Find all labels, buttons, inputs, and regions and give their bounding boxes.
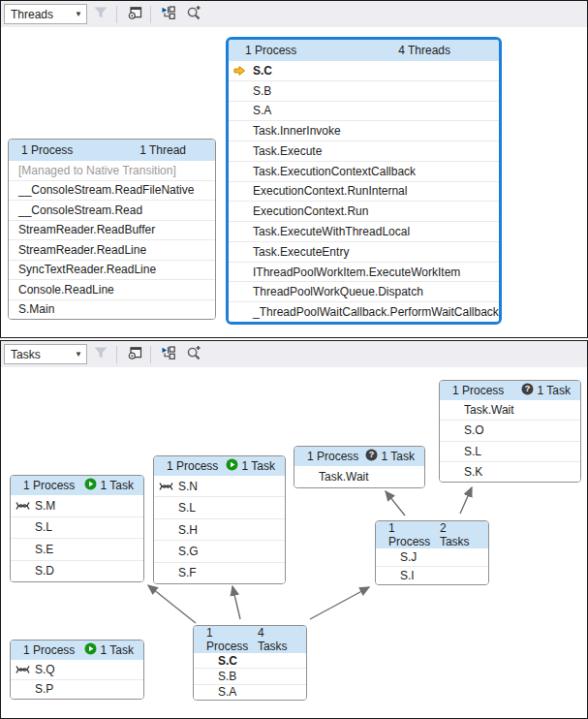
frame-label: S.K <box>464 465 482 479</box>
stack-frame[interactable]: _ThreadPoolWaitCallback.PerformWaitCallb… <box>229 302 499 322</box>
thread-icon <box>159 481 173 491</box>
show-only-flagged-button[interactable] <box>89 344 112 365</box>
stack-frame[interactable]: S.P <box>11 680 143 700</box>
stack-frame[interactable]: S.L <box>11 517 143 540</box>
stack-frame-current[interactable]: S.C <box>229 61 499 81</box>
task-stack-box-sj-si[interactable]: 1 Process 2 Tasks S.J S.I <box>375 520 489 585</box>
show-only-flagged-button[interactable] <box>89 4 112 25</box>
task-stack-box-running-sq[interactable]: 1 Process 1 Task S.Q S <box>10 640 144 700</box>
stack-frame[interactable]: S.I <box>376 567 488 584</box>
stack-frame[interactable]: StreamReader.ReadLine <box>9 240 215 261</box>
stack-frame[interactable]: S.Main <box>9 300 215 320</box>
process-count-label: 1 Process <box>245 44 296 57</box>
stack-frames: Task.Wait <box>294 466 424 487</box>
stack-frame[interactable]: __ConsoleStream.Read <box>9 201 215 221</box>
stack-frame[interactable]: StreamReader.ReadBuffer <box>9 221 215 241</box>
stack-frame[interactable]: S.F <box>154 563 285 583</box>
frame-label: S.L <box>178 501 196 515</box>
stack-frame[interactable]: S.M <box>11 495 143 517</box>
view-selector-combo[interactable]: Tasks ▼ <box>4 344 87 364</box>
auto-scroll-button[interactable] <box>157 344 180 365</box>
stack-frame[interactable]: S.A <box>229 102 499 122</box>
task-stack-box-running-sm[interactable]: 1 Process 1 Task S.M S <box>10 475 144 582</box>
task-stack-box-sc-root[interactable]: 1 Process 4 Tasks S.C S.B S.A <box>193 625 307 701</box>
stack-frame[interactable]: S.G <box>154 541 285 562</box>
stack-frame[interactable]: Task.ExecuteWithThreadLocal <box>229 222 499 242</box>
stack-frame[interactable]: S.O <box>440 421 580 441</box>
stack-frame[interactable]: Task.ExecuteEntry <box>229 242 499 263</box>
stack-frame[interactable]: IThreadPoolWorkItem.ExecuteWorkItem <box>229 263 499 283</box>
frame-label: ExecutionContext.Run <box>253 204 368 218</box>
frame-label: IThreadPoolWorkItem.ExecuteWorkItem <box>253 266 460 279</box>
frame-label: S.C <box>218 654 237 668</box>
frame-label: Console.ReadLine <box>18 283 114 297</box>
frame-label: S.J <box>400 550 417 564</box>
stack-frame[interactable]: Task.Execute <box>229 141 499 162</box>
frame-label: S.O <box>464 423 484 437</box>
stack-frame[interactable]: S.A <box>194 685 306 700</box>
frame-label: S.D <box>35 564 54 578</box>
zoom-control-button[interactable] <box>182 344 205 365</box>
running-status-icon <box>84 642 97 658</box>
process-count-label: 1 Process <box>388 521 440 548</box>
stack-frame[interactable]: [Managed to Native Transition] <box>9 161 215 181</box>
stack-frame[interactable]: S.Q <box>11 660 143 680</box>
stack-frames: S.C S.B S.A <box>194 653 306 700</box>
frame-label: ThreadPoolWorkQueue.Dispatch <box>253 285 423 298</box>
view-selector-value: Tasks <box>11 348 41 361</box>
process-count-label: 1 Process <box>206 626 258 653</box>
stack-frame-current[interactable]: S.C <box>194 653 306 669</box>
process-count-label: 1 Process <box>23 479 75 492</box>
toolbar-separator <box>150 6 151 23</box>
stack-frame[interactable]: Console.ReadLine <box>9 280 215 300</box>
stack-frame[interactable]: Task.InnerInvoke <box>229 121 499 141</box>
auto-scroll-button[interactable] <box>157 4 180 25</box>
stack-frame[interactable]: Task.Wait <box>294 466 424 487</box>
frame-label: _ThreadPoolWaitCallback.PerformWaitCallb… <box>253 305 499 319</box>
stack-frame[interactable]: S.L <box>154 497 285 518</box>
method-view-icon <box>127 345 142 364</box>
waiting-status-icon: ? <box>521 383 534 398</box>
chevron-down-icon: ▼ <box>75 10 82 18</box>
zoom-control-button[interactable] <box>182 4 205 25</box>
toolbar-separator <box>116 346 117 363</box>
process-count-label: 1 Process <box>452 384 504 397</box>
stack-frame[interactable]: S.B <box>229 81 499 102</box>
view-selector-combo[interactable]: Threads ▼ <box>4 4 87 24</box>
frame-label: Task.ExecuteWithThreadLocal <box>253 225 410 238</box>
task-stack-box-waiting-1[interactable]: 1 Process ? 1 Task Task.Wait <box>294 446 425 488</box>
task-count-label: 1 Task <box>382 450 415 463</box>
stack-frame[interactable]: S.L <box>440 442 580 462</box>
stack-frame[interactable]: S.N <box>154 476 285 497</box>
stack-frame[interactable]: S.J <box>376 548 488 567</box>
task-stack-box-running-sn[interactable]: 1 Process 1 Task S.N S <box>153 455 286 584</box>
filter-icon <box>93 5 108 24</box>
stack-frame-box-main-thread[interactable]: 1 Process 1 Thread [Managed to Native Tr… <box>8 139 216 320</box>
stack-frame[interactable]: Task.Wait <box>440 400 580 421</box>
frame-label: S.B <box>218 670 236 683</box>
frame-label: S.L <box>464 445 481 458</box>
process-count-label: 1 Process <box>307 450 358 463</box>
view-selector-value: Threads <box>11 8 53 21</box>
method-view-button[interactable] <box>123 344 146 365</box>
stack-frame[interactable]: S.E <box>11 539 143 561</box>
stack-frame[interactable]: Task.ExecutionContextCallback <box>229 162 499 182</box>
stack-frame[interactable]: ThreadPoolWorkQueue.Dispatch <box>229 282 499 302</box>
frame-label: __ConsoleStream.Read <box>18 203 142 217</box>
stack-frame-box-worker-threads[interactable]: 1 Process 4 Threads S.C S.B S.A Task.Inn… <box>226 37 502 325</box>
stack-frame[interactable]: __ConsoleStream.ReadFileNative <box>9 181 215 202</box>
stack-frame[interactable]: ExecutionContext.RunInternal <box>229 182 499 203</box>
stack-frame[interactable]: S.D <box>11 561 143 582</box>
task-count-label: 4 Tasks <box>258 626 296 653</box>
stack-frame[interactable]: S.B <box>194 669 306 684</box>
stack-frame[interactable]: S.K <box>440 462 580 482</box>
frame-label: S.P <box>35 682 53 696</box>
toolbar-separator <box>150 346 151 363</box>
stack-frame[interactable]: SyncTextReader.ReadLine <box>9 261 215 281</box>
method-view-button[interactable] <box>123 4 146 25</box>
stack-frame[interactable]: S.H <box>154 519 285 541</box>
parallel-stacks-threads-window: Threads ▼ <box>0 0 588 338</box>
stack-frame[interactable]: ExecutionContext.Run <box>229 202 499 222</box>
task-stack-box-waiting-2[interactable]: 1 Process ? 1 Task Task.Wait S.O S.L S.K <box>439 380 581 483</box>
box-header: 1 Process 1 Task <box>11 476 143 495</box>
